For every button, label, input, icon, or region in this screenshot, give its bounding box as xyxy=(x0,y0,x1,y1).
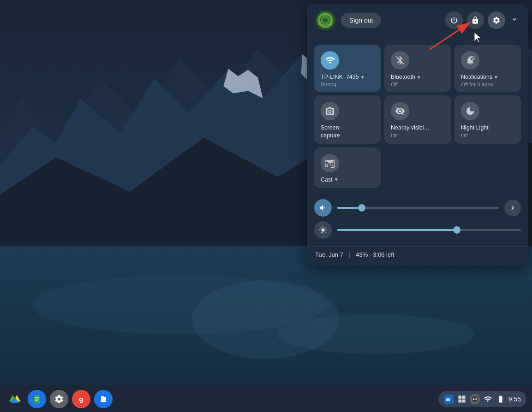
taskbar-right: W xyxy=(438,391,526,407)
taskbar-settings[interactable] xyxy=(50,390,68,408)
svg-point-11 xyxy=(192,280,340,359)
bluetooth-tile[interactable]: Bluetooth ▼ Off xyxy=(384,45,451,92)
svg-rect-28 xyxy=(35,400,37,400)
svg-rect-36 xyxy=(458,400,461,403)
bluetooth-icon xyxy=(391,51,409,70)
taskbar-files[interactable] xyxy=(94,390,113,408)
taskbar: g W xyxy=(0,386,532,412)
quick-settings-header: Sign out xyxy=(307,4,528,37)
taskbar-wifi-icon xyxy=(483,394,493,404)
footer-separator: | xyxy=(349,251,350,258)
brightness-thumb[interactable] xyxy=(453,226,460,234)
screen-capture-icon xyxy=(321,102,339,120)
taskbar-switch-icon[interactable] xyxy=(457,394,467,404)
tile-placeholder-2 xyxy=(454,147,521,188)
night-light-tile[interactable]: Night Light Off xyxy=(454,95,521,144)
power-button[interactable] xyxy=(445,12,463,29)
cast-tile[interactable]: Cast ▼ xyxy=(314,147,381,188)
nearby-label: Nearby visibi… xyxy=(391,124,430,131)
brightness-track[interactable] xyxy=(337,229,521,231)
taskbar-google-drive[interactable] xyxy=(6,390,24,408)
collapse-button[interactable] xyxy=(509,14,520,27)
cast-label: Cast xyxy=(321,176,333,183)
night-light-label: Night Light xyxy=(461,124,489,131)
svg-rect-26 xyxy=(35,397,39,398)
taskbar-launcher-icon[interactable] xyxy=(470,394,480,404)
screen-capture-tile[interactable]: Screencapture xyxy=(314,95,381,144)
footer-date: Tue, Jun 7 xyxy=(315,251,343,258)
nearby-icon xyxy=(391,102,409,120)
wifi-sublabel: Strong xyxy=(321,82,336,87)
quick-tiles-grid: TP-LINK_7435 ▼ Strong Bluetooth ▼ Off xyxy=(307,37,528,147)
nearby-sublabel: Off xyxy=(391,133,398,138)
header-icons xyxy=(445,12,520,29)
quick-settings-panel: Sign out xyxy=(307,4,528,265)
bluetooth-sublabel: Off xyxy=(391,82,398,87)
notifications-icon xyxy=(461,51,479,70)
taskbar-apps: g xyxy=(6,390,113,408)
lock-button[interactable] xyxy=(466,12,484,29)
brightness-fill xyxy=(337,229,457,231)
svg-rect-27 xyxy=(35,399,39,399)
notifications-sublabel: Off for 3 apps xyxy=(461,82,493,87)
volume-thumb[interactable] xyxy=(358,204,365,212)
night-light-sublabel: Off xyxy=(461,133,468,138)
sliders-section xyxy=(307,195,528,246)
nearby-tile[interactable]: Nearby visibi… Off xyxy=(384,95,451,144)
quick-settings-footer: Tue, Jun 7 | 43% · 3:06 left xyxy=(307,246,528,265)
volume-slider-row xyxy=(314,199,521,217)
volume-expand-button[interactable] xyxy=(504,200,521,216)
cast-icon xyxy=(321,154,339,172)
svg-point-40 xyxy=(472,398,474,400)
volume-button[interactable] xyxy=(314,199,332,217)
sign-out-button[interactable]: Sign out xyxy=(341,13,381,28)
svg-rect-37 xyxy=(462,400,466,403)
night-light-icon xyxy=(461,102,479,120)
footer-battery: 43% · 3:06 left xyxy=(356,251,394,258)
brightness-slider-row xyxy=(314,221,521,239)
svg-text:W: W xyxy=(445,396,450,402)
svg-rect-34 xyxy=(458,396,461,399)
tile-placeholder-1 xyxy=(384,147,451,188)
taskbar-time: 9:55 xyxy=(508,395,521,403)
taskbar-battery-icon xyxy=(496,394,506,404)
wifi-icon xyxy=(321,51,339,70)
settings-button[interactable] xyxy=(488,12,505,29)
volume-track[interactable] xyxy=(337,207,499,209)
system-tray: W xyxy=(438,391,526,407)
taskbar-word-icon[interactable]: W xyxy=(444,394,454,404)
svg-rect-35 xyxy=(462,396,466,399)
avatar xyxy=(315,10,335,30)
bluetooth-label: Bluetooth xyxy=(391,73,415,81)
taskbar-sheets[interactable] xyxy=(28,390,46,408)
brightness-button[interactable] xyxy=(314,221,332,239)
screen-capture-label: Screencapture xyxy=(321,124,340,139)
svg-text:g: g xyxy=(79,395,83,403)
taskbar-google[interactable]: g xyxy=(72,390,90,408)
wifi-tile[interactable]: TP-LINK_7435 ▼ Strong xyxy=(314,45,381,92)
bottom-tiles: Cast ▼ xyxy=(307,147,528,195)
wifi-label: TP-LINK_7435 xyxy=(321,73,359,81)
notifications-tile[interactable]: Notifications ▼ Off for 3 apps xyxy=(454,45,521,92)
svg-point-41 xyxy=(475,398,477,400)
notifications-label: Notifications xyxy=(461,73,492,81)
svg-point-16 xyxy=(323,18,328,23)
